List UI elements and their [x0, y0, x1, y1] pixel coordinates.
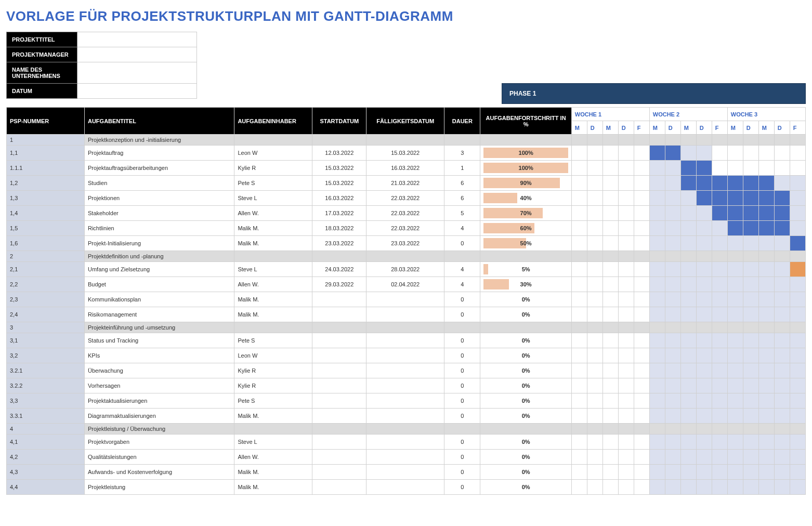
- cell-duration: 0: [444, 292, 480, 307]
- gantt-cell: [758, 251, 774, 262]
- project-meta-table: PROJEKTTITEL PROJEKTMANAGER NAME DES UNT…: [6, 32, 197, 99]
- gantt-cell: [743, 450, 758, 465]
- cell-wbs: 3,1: [7, 333, 85, 348]
- gantt-cell: [649, 277, 665, 292]
- gantt-cell: [774, 206, 790, 221]
- table-row[interactable]: 4,1ProjektvorgabenSteve L00%: [7, 435, 806, 450]
- gantt-cell: [774, 176, 790, 191]
- gantt-cell: [603, 161, 618, 176]
- cell-duration: 4: [444, 262, 480, 277]
- table-row[interactable]: 2,2BudgetAllen W.29.03.202202.04.2022430…: [7, 277, 806, 292]
- gantt-cell: [727, 262, 743, 277]
- gantt-cell: [618, 409, 634, 424]
- gantt-cell: [727, 251, 743, 262]
- cell-progress: 90%: [480, 176, 571, 191]
- table-row[interactable]: 1Projektkonzeption und -initialisierung: [7, 135, 806, 146]
- phase-header: PHASE 1: [502, 83, 806, 104]
- gantt-cell: [665, 465, 680, 480]
- cell-owner: Steve L: [234, 435, 312, 450]
- cell-progress: 0%: [480, 450, 571, 465]
- table-row[interactable]: 4,4ProjektleistungMalik M.00%: [7, 480, 806, 495]
- gantt-cell: [603, 236, 618, 251]
- gantt-cell: [649, 176, 665, 191]
- cell-owner: Leon W: [234, 146, 312, 161]
- gantt-cell: [571, 333, 587, 348]
- cell-wbs: 2,4: [7, 307, 85, 322]
- gantt-cell: [587, 277, 603, 292]
- gantt-cell: [634, 363, 649, 378]
- gantt-cell: [727, 176, 743, 191]
- table-row[interactable]: 1,2StudienPete S15.03.202221.03.2022690%: [7, 176, 806, 191]
- gantt-cell: [665, 236, 680, 251]
- table-row[interactable]: 1,5RichtlinienMalik M.18.03.202222.03.20…: [7, 221, 806, 236]
- gantt-cell: [774, 363, 790, 378]
- cell-duration: 0: [444, 333, 480, 348]
- cell-blank: [366, 322, 444, 333]
- gantt-cell: [634, 277, 649, 292]
- gantt-cell: [665, 480, 680, 495]
- gantt-cell: [649, 135, 665, 146]
- table-row[interactable]: 3,3ProjektaktualisierungenPete S00%: [7, 393, 806, 409]
- table-row[interactable]: 1,6Projekt-InitialisierungMalik M.23.03.…: [7, 236, 806, 251]
- table-row[interactable]: 1.1.1ProjektauftragsüberarbeitungenKylie…: [7, 161, 806, 176]
- gantt-cell: [571, 409, 587, 424]
- cell-blank: [234, 251, 312, 262]
- table-row[interactable]: 1,1ProjektauftragLeon W12.03.202215.03.2…: [7, 146, 806, 161]
- table-row[interactable]: 2,3KommunikationsplanMalik M.00%: [7, 292, 806, 307]
- table-row[interactable]: 1,4StakeholderAllen W.17.03.202222.03.20…: [7, 206, 806, 221]
- cell-blank: [480, 424, 571, 435]
- meta-value-datum[interactable]: [77, 84, 197, 99]
- day-header: F: [790, 121, 805, 135]
- table-row[interactable]: 4,3Aufwands- und KostenverfolgungMalik M…: [7, 465, 806, 480]
- table-row[interactable]: 1,3ProjektionenSteve L16.03.202222.03.20…: [7, 191, 806, 206]
- gantt-cell: [727, 322, 743, 333]
- cell-blank: [234, 135, 312, 146]
- gantt-cell: [774, 378, 790, 393]
- day-header: M: [649, 121, 665, 135]
- day-header: D: [665, 121, 680, 135]
- gantt-cell: [774, 277, 790, 292]
- col-owner: AUFGABENINHABER: [234, 108, 312, 135]
- gantt-cell: [790, 363, 805, 378]
- cell-wbs: 1.1.1: [7, 161, 85, 176]
- table-row[interactable]: 3.3.1DiagrammaktualisierungenMalik M.00%: [7, 409, 806, 424]
- table-row[interactable]: 4Projektleistung / Überwachung: [7, 424, 806, 435]
- cell-start: 16.03.2022: [312, 191, 366, 206]
- table-row[interactable]: 2Projektdefinition und -planung: [7, 251, 806, 262]
- cell-progress: 0%: [480, 333, 571, 348]
- gantt-cell: [665, 450, 680, 465]
- meta-value-projekttitel[interactable]: [77, 32, 197, 47]
- gantt-cell: [727, 161, 743, 176]
- table-row[interactable]: 3.2.2VorhersagenKylie R00%: [7, 378, 806, 393]
- cell-due: [366, 292, 444, 307]
- gantt-cell: [774, 161, 790, 176]
- meta-value-unternehmen[interactable]: [77, 62, 197, 84]
- table-row[interactable]: 3,1Status und TrackingPete S00%: [7, 333, 806, 348]
- table-row[interactable]: 3.2.1ÜberwachungKylie R00%: [7, 363, 806, 378]
- table-row[interactable]: 3,2KPIsLeon W00%: [7, 348, 806, 363]
- cell-title: Überwachung: [84, 363, 234, 378]
- gantt-cell: [758, 378, 774, 393]
- cell-title: Projektdefinition und -planung: [84, 251, 234, 262]
- gantt-cell: [712, 206, 727, 221]
- gantt-cell: [571, 135, 587, 146]
- gantt-cell: [696, 348, 712, 363]
- table-row[interactable]: 4,2QualitätsleistungenAllen W.00%: [7, 450, 806, 465]
- table-row[interactable]: 2,4RisikomanagementMalik M.00%: [7, 307, 806, 322]
- gantt-cell: [649, 262, 665, 277]
- gantt-cell: [571, 435, 587, 450]
- gantt-cell: [712, 435, 727, 450]
- cell-due: [366, 393, 444, 409]
- cell-progress: 70%: [480, 206, 571, 221]
- table-row[interactable]: 2,1Umfang und ZielsetzungSteve L24.03.20…: [7, 262, 806, 277]
- meta-value-projektmanager[interactable]: [77, 47, 197, 62]
- cell-wbs: 3,3: [7, 393, 85, 409]
- gantt-cell: [618, 161, 634, 176]
- week-1-header: WOCHE 1: [571, 108, 649, 121]
- gantt-cell: [712, 277, 727, 292]
- gantt-cell: [696, 322, 712, 333]
- gantt-cell: [665, 251, 680, 262]
- gantt-cell: [758, 450, 774, 465]
- table-row[interactable]: 3Projekteinführung und -umsetzung: [7, 322, 806, 333]
- gantt-cell: [680, 348, 696, 363]
